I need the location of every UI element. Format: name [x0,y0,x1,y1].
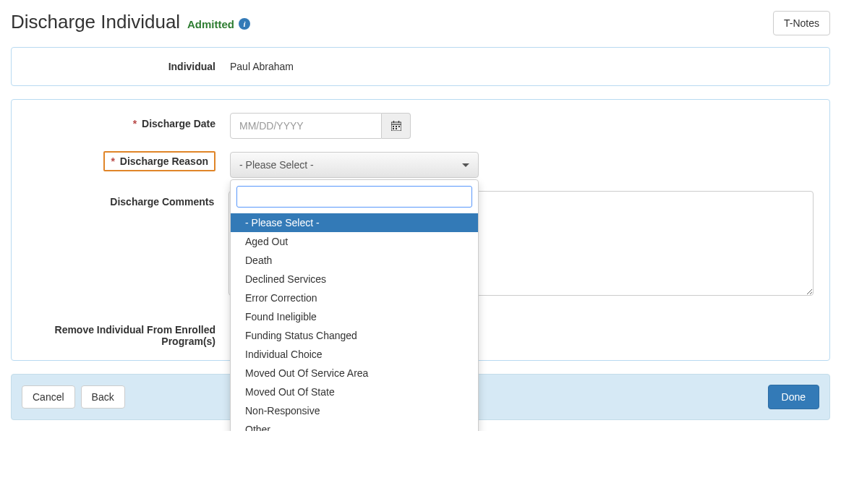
svg-rect-5 [396,126,397,127]
back-button[interactable]: Back [81,385,125,409]
dropdown-search-input[interactable] [236,186,472,208]
individual-panel: Individual Paul Abraham [11,47,830,86]
discharge-form-panel: * Discharge Date [11,99,830,361]
discharge-reason-label-wrap: * Discharge Reason [27,152,230,171]
discharge-reason-label: Discharge Reason [120,155,208,167]
discharge-reason-selected: - Please Select - [239,159,314,171]
calendar-button[interactable] [382,113,411,139]
dropdown-item[interactable]: Non-Responsive [231,401,478,420]
status-badge: Admitted [187,18,234,30]
discharge-reason-select[interactable]: - Please Select - [230,152,479,178]
individual-label: Individual [27,61,230,72]
dropdown-item[interactable]: Moved Out Of State [231,383,478,401]
dropdown-item[interactable]: Found Ineligible [231,307,478,326]
dropdown-item[interactable]: Aged Out [231,232,478,251]
dropdown-item[interactable]: Funding Status Changed [231,326,478,345]
svg-rect-4 [393,126,394,127]
discharge-comments-label: Discharge Comments [27,191,229,208]
required-asterisk: * [133,118,137,129]
discharge-date-input[interactable] [230,113,382,139]
discharge-date-label: * Discharge Date [27,113,230,129]
tnotes-button[interactable]: T-Notes [773,11,830,35]
discharge-reason-dropdown: - Please Select -Aged OutDeathDeclined S… [230,179,479,431]
cancel-button[interactable]: Cancel [22,385,75,409]
required-asterisk: * [111,155,114,167]
dropdown-item[interactable]: Moved Out Of Service Area [231,364,478,383]
caret-down-icon [462,163,469,167]
done-button[interactable]: Done [768,385,819,409]
dropdown-item[interactable]: Declined Services [231,270,478,289]
individual-name: Paul Abraham [230,61,294,72]
calendar-icon [391,121,401,131]
dropdown-item[interactable]: Error Correction [231,289,478,307]
info-icon[interactable]: i [239,18,250,30]
remove-enrolled-label: Remove Individual From Enrolled Program(… [27,319,230,347]
svg-rect-8 [396,128,397,129]
dropdown-item[interactable]: - Please Select - [231,213,478,232]
page-title: Discharge Individual [11,11,180,33]
svg-rect-6 [398,126,400,127]
dropdown-item[interactable]: Other [231,420,478,431]
svg-rect-7 [393,128,394,129]
dropdown-item[interactable]: Death [231,251,478,270]
dropdown-item[interactable]: Individual Choice [231,345,478,364]
